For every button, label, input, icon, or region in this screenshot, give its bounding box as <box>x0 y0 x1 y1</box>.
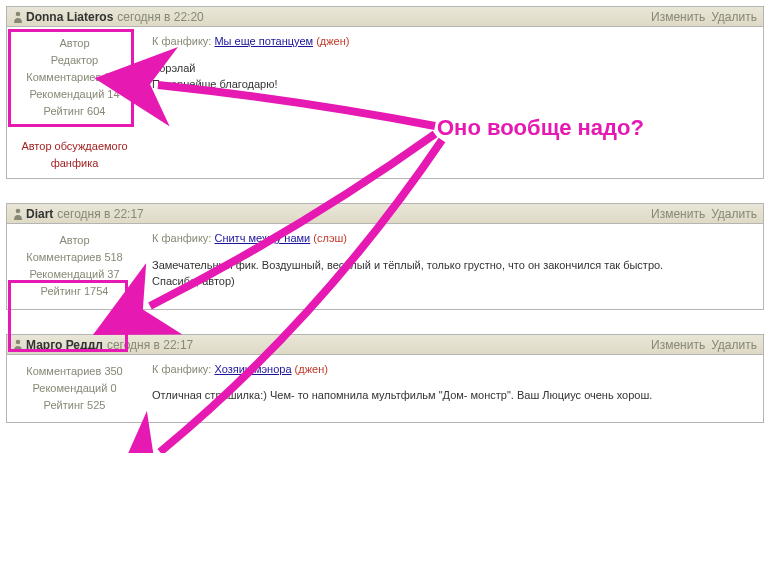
user-stat-line: Редактор <box>13 52 136 69</box>
fic-prefix: К фанфику: <box>152 35 214 47</box>
user-stat-line: Рейтинг 525 <box>13 397 136 414</box>
fic-genre: (джен) <box>295 363 328 375</box>
user-icon <box>13 208 23 220</box>
user-sidebar: Автор Комментариев 518 Рекомендаций 37 Р… <box>7 224 142 308</box>
user-stat-line: Автор <box>13 35 136 52</box>
user-icon <box>13 11 23 23</box>
comment-text-line: Замечательный фик. Воздушный, весёлый и … <box>152 257 753 274</box>
edit-link[interactable]: Изменить <box>651 207 705 221</box>
comment-post: Марго Реддл сегодня в 22:17 Изменить Уда… <box>6 334 764 423</box>
post-timestamp: сегодня в 22:20 <box>117 10 203 24</box>
fic-genre: (слэш) <box>313 232 347 244</box>
post-header: Марго Реддл сегодня в 22:17 Изменить Уда… <box>7 335 763 355</box>
svg-point-1 <box>16 209 21 214</box>
username-link[interactable]: Марго Реддл <box>26 338 103 352</box>
user-stat-line: Рекомендаций 37 <box>13 266 136 283</box>
delete-link[interactable]: Удалить <box>711 10 757 24</box>
user-icon <box>13 339 23 351</box>
user-stat-line: Рейтинг 604 <box>13 103 136 120</box>
fic-reference: К фанфику: Хозяин мэнора (джен) <box>152 361 753 378</box>
comment-post: Diart сегодня в 22:17 Изменить Удалить А… <box>6 203 764 309</box>
user-stats: Комментариев 350 Рекомендаций 0 Рейтинг … <box>11 361 138 416</box>
comment-post: Donna Liateros сегодня в 22:20 Изменить … <box>6 6 764 179</box>
fic-link[interactable]: Мы еще потанцуем <box>214 35 313 47</box>
comment-text-line: Покорнейше благодарю! <box>152 76 753 93</box>
fic-prefix: К фанфику: <box>152 232 214 244</box>
user-stat-line: Рейтинг 1754 <box>13 283 136 300</box>
user-stat-line: Рекомендаций 14 <box>13 86 136 103</box>
post-header: Donna Liateros сегодня в 22:20 Изменить … <box>7 7 763 27</box>
user-stat-line: Автор <box>13 232 136 249</box>
comment-text-line: Лорэлай <box>152 60 753 77</box>
post-content: К фанфику: Хозяин мэнора (джен) Отличная… <box>142 355 763 422</box>
delete-link[interactable]: Удалить <box>711 338 757 352</box>
post-header: Diart сегодня в 22:17 Изменить Удалить <box>7 204 763 224</box>
fic-link[interactable]: Снитч между нами <box>214 232 310 244</box>
username-link[interactable]: Donna Liateros <box>26 10 113 24</box>
comment-text-line: Отличная страшилка:) Чем- то напомнила м… <box>152 387 753 404</box>
user-stats: Автор Комментариев 518 Рекомендаций 37 Р… <box>11 230 138 302</box>
post-content: К фанфику: Мы еще потанцуем (джен) Лорэл… <box>142 27 763 178</box>
author-of-label: Автор обсуждаемого фанфика <box>11 132 138 172</box>
fic-reference: К фанфику: Мы еще потанцуем (джен) <box>152 33 753 50</box>
user-stat-line: Комментариев 350 <box>13 363 136 380</box>
user-stats: Автор Редактор Комментариев 212 Рекоменд… <box>11 33 138 122</box>
user-stat-line: Комментариев 212 <box>13 69 136 86</box>
svg-point-2 <box>16 339 21 344</box>
user-stat-line: Комментариев 518 <box>13 249 136 266</box>
post-content: К фанфику: Снитч между нами (слэш) Замеч… <box>142 224 763 308</box>
svg-point-0 <box>16 12 21 17</box>
annotation-question: Оно вообще надо? <box>437 115 644 141</box>
fic-prefix: К фанфику: <box>152 363 214 375</box>
edit-link[interactable]: Изменить <box>651 338 705 352</box>
username-link[interactable]: Diart <box>26 207 53 221</box>
fic-link[interactable]: Хозяин мэнора <box>214 363 291 375</box>
delete-link[interactable]: Удалить <box>711 207 757 221</box>
user-sidebar: Комментариев 350 Рекомендаций 0 Рейтинг … <box>7 355 142 422</box>
comment-text-line: Спасибо, автор) <box>152 273 753 290</box>
edit-link[interactable]: Изменить <box>651 10 705 24</box>
post-timestamp: сегодня в 22:17 <box>107 338 193 352</box>
post-timestamp: сегодня в 22:17 <box>57 207 143 221</box>
user-stat-line: Рекомендаций 0 <box>13 380 136 397</box>
fic-genre: (джен) <box>316 35 349 47</box>
fic-reference: К фанфику: Снитч между нами (слэш) <box>152 230 753 247</box>
user-sidebar: Автор Редактор Комментариев 212 Рекоменд… <box>7 27 142 178</box>
